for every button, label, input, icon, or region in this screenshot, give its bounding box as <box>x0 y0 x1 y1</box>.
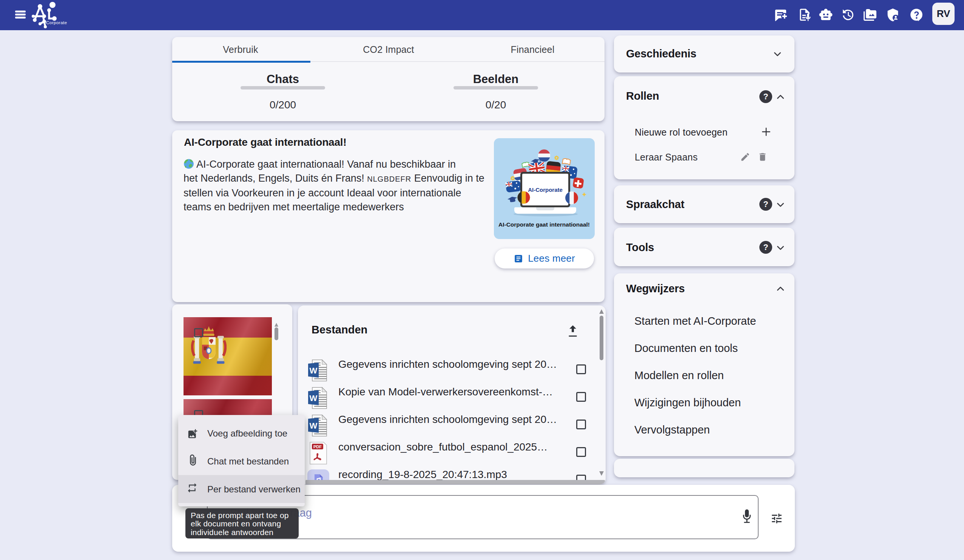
svg-text:W: W <box>309 421 318 430</box>
svg-text:AI-Corporate: AI-Corporate <box>528 187 563 193</box>
svg-text:PDF: PDF <box>313 444 322 449</box>
svg-text:W: W <box>309 394 318 403</box>
svg-text:W: W <box>309 366 318 375</box>
svg-text:AI-Corporate gaat internationa: AI-Corporate gaat internationaal! <box>498 221 590 228</box>
